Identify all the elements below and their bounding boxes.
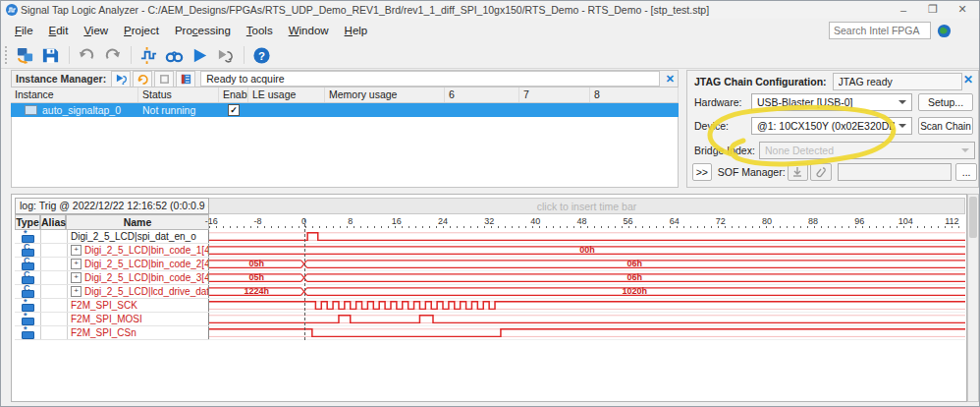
instance-name: auto_signaltap_0 bbox=[42, 104, 121, 116]
signal-row-labels[interactable]: *Digi_2_5_LCD|spi_dat_en_o bbox=[15, 230, 209, 244]
hardware-select[interactable]: USB-Blaster [USB-0] bbox=[751, 93, 912, 111]
insert-time-bar-strip[interactable]: click to insert time bar bbox=[209, 198, 965, 214]
toolbar-grip[interactable] bbox=[4, 45, 8, 65]
undo-icon[interactable] bbox=[75, 44, 98, 67]
stop-analysis-icon[interactable] bbox=[154, 71, 174, 87]
signal-waveform[interactable] bbox=[209, 326, 965, 340]
help-icon[interactable]: ? bbox=[249, 44, 273, 67]
signal-waveform[interactable] bbox=[209, 299, 965, 313]
device-select[interactable]: @1: 10CX150Y (0x02E320DD) bbox=[751, 117, 912, 135]
scrollbar-thumb[interactable] bbox=[969, 197, 977, 238]
enabled-checkbox[interactable]: ✓ bbox=[228, 104, 240, 116]
axis-tick-label: 80 bbox=[762, 216, 772, 226]
signal-name[interactable]: F2M_SPI_MOSI bbox=[71, 314, 142, 324]
signal-row-labels[interactable]: C+Digi_2_5_LCD|bin_code_3[4..0] bbox=[15, 271, 209, 285]
redo-icon[interactable] bbox=[100, 44, 124, 67]
jtag-panel-close-icon[interactable]: ✕ bbox=[963, 73, 973, 87]
jtag-title: JTAG Chain Configuration: bbox=[694, 76, 827, 87]
signal-type-icon: C bbox=[20, 286, 35, 298]
signal-waveform[interactable]: 05h06h bbox=[209, 271, 965, 285]
signal-name[interactable]: Digi_2_5_LCD|spi_dat_en_o bbox=[71, 231, 196, 242]
setup-button[interactable]: Setup... bbox=[918, 93, 973, 111]
program-device-icon[interactable] bbox=[13, 44, 36, 67]
signal-waveform[interactable] bbox=[209, 230, 965, 244]
save-icon[interactable] bbox=[38, 44, 62, 67]
column-header-alias: Alias bbox=[40, 214, 66, 230]
sof-browse-button[interactable]: ... bbox=[955, 163, 977, 181]
axis-tick-label: 88 bbox=[808, 216, 818, 226]
column-header-name: Name bbox=[66, 214, 209, 230]
signal-row-labels[interactable]: C+Digi_2_5_LCD|bin_code_2[4..0] bbox=[15, 258, 209, 271]
bridge-index-select[interactable]: None Detected bbox=[759, 142, 975, 159]
menu-item-view[interactable]: View bbox=[76, 22, 116, 39]
autorun-analysis-icon[interactable] bbox=[213, 44, 237, 67]
axis-tick-label: 16 bbox=[392, 216, 402, 226]
run-analysis-small-icon[interactable] bbox=[111, 71, 131, 87]
axis-tick-label: 64 bbox=[670, 216, 680, 226]
instance-table-row[interactable]: auto_signaltap_0Not running✓ bbox=[11, 103, 679, 117]
signal-name[interactable]: Digi_2_5_LCD|lcd_drive_dat_o[14... bbox=[84, 286, 209, 297]
signal-name[interactable]: Digi_2_5_LCD|bin_code_2[4..0] bbox=[84, 259, 209, 269]
axis-tick-label: -8 bbox=[253, 216, 261, 226]
search-input[interactable] bbox=[829, 22, 931, 39]
menu-item-window[interactable]: Window bbox=[281, 22, 337, 39]
signal-alias-cell[interactable] bbox=[41, 326, 68, 339]
globe-icon[interactable] bbox=[937, 24, 952, 38]
find-icon[interactable] bbox=[162, 44, 186, 67]
minimize-button[interactable]: – bbox=[889, 1, 918, 18]
instance-manager-close-icon[interactable]: ✕ bbox=[666, 73, 675, 86]
signal-row-labels[interactable]: *F2M_SPI_SCK bbox=[15, 299, 209, 313]
signal-row-labels[interactable]: C+Digi_2_5_LCD|lcd_drive_dat_o[14... bbox=[15, 285, 209, 299]
expand-bus-icon[interactable]: + bbox=[71, 259, 82, 269]
signal-row-labels[interactable]: C+Digi_2_5_LCD|bin_code_1[4..0] bbox=[15, 244, 209, 258]
expand-panel-button[interactable]: >> bbox=[692, 163, 712, 181]
signal-name[interactable]: F2M_SPI_SCK bbox=[71, 300, 137, 311]
bridge-index-label: Bridge Index: bbox=[694, 145, 759, 156]
menu-item-help[interactable]: Help bbox=[337, 22, 376, 39]
autorun-analysis-small-icon[interactable] bbox=[133, 71, 152, 87]
expand-bus-icon[interactable]: + bbox=[71, 272, 82, 283]
signal-name[interactable]: F2M_SPI_CSn bbox=[71, 327, 136, 338]
signal-row-labels[interactable]: *F2M_SPI_MOSI bbox=[15, 313, 209, 326]
chevron-down-icon bbox=[898, 124, 906, 128]
bus-value-label: 00h bbox=[579, 246, 594, 256]
signal-alias-cell[interactable] bbox=[41, 258, 68, 270]
axis-tick-label: 104 bbox=[898, 216, 913, 226]
signal-alias-cell[interactable] bbox=[41, 313, 68, 325]
expand-bus-icon[interactable]: + bbox=[71, 286, 82, 297]
sof-file-field[interactable] bbox=[838, 163, 952, 181]
time-axis[interactable]: -16-8081624324048566472808896104112 bbox=[209, 214, 965, 231]
attach-sof-icon[interactable] bbox=[810, 163, 832, 181]
scan-chain-button[interactable]: Scan Chain bbox=[918, 117, 973, 135]
signaltap-settings-icon[interactable] bbox=[136, 44, 160, 67]
menu-item-edit[interactable]: Edit bbox=[41, 22, 77, 39]
signal-waveform[interactable]: 1224h1020h bbox=[209, 285, 965, 299]
signal-alias-cell[interactable] bbox=[41, 230, 68, 243]
instance-table-header: InstanceStatusEnabledLE usageMemory usag… bbox=[11, 87, 679, 103]
read-data-icon[interactable] bbox=[176, 71, 195, 87]
program-device-icon[interactable] bbox=[788, 163, 809, 181]
menu-item-tools[interactable]: Tools bbox=[239, 22, 281, 39]
signal-waveform[interactable]: 00h bbox=[209, 244, 965, 258]
signal-waveform[interactable] bbox=[209, 313, 965, 326]
signal-row-labels[interactable]: *F2M_SPI_CSn bbox=[15, 326, 209, 340]
menu-item-file[interactable]: File bbox=[7, 22, 41, 39]
menu-item-project[interactable]: Project bbox=[116, 22, 167, 39]
bus-value-label: 05h bbox=[249, 260, 264, 269]
expand-bus-icon[interactable]: + bbox=[71, 245, 82, 256]
signal-alias-cell[interactable] bbox=[41, 299, 68, 312]
signal-alias-cell[interactable] bbox=[41, 244, 68, 257]
signal-alias-cell[interactable] bbox=[41, 271, 68, 284]
waveform-scrollbar[interactable] bbox=[967, 194, 979, 402]
maximize-button[interactable]: ❐ bbox=[918, 1, 948, 18]
instance-column-le-usage: LE usage bbox=[248, 87, 325, 102]
close-button[interactable]: ✕ bbox=[948, 1, 977, 18]
signal-name[interactable]: Digi_2_5_LCD|bin_code_1[4..0] bbox=[84, 245, 209, 256]
signal-alias-cell[interactable] bbox=[41, 285, 68, 298]
instance-column-enabled: Enabled bbox=[219, 87, 248, 102]
acquisition-status: Ready to acquire bbox=[200, 71, 660, 87]
signal-waveform[interactable]: 05h06h bbox=[209, 258, 965, 271]
signal-name[interactable]: Digi_2_5_LCD|bin_code_3[4..0] bbox=[84, 272, 209, 283]
run-analysis-icon[interactable] bbox=[188, 44, 211, 67]
menu-item-processing[interactable]: Processing bbox=[167, 22, 239, 39]
